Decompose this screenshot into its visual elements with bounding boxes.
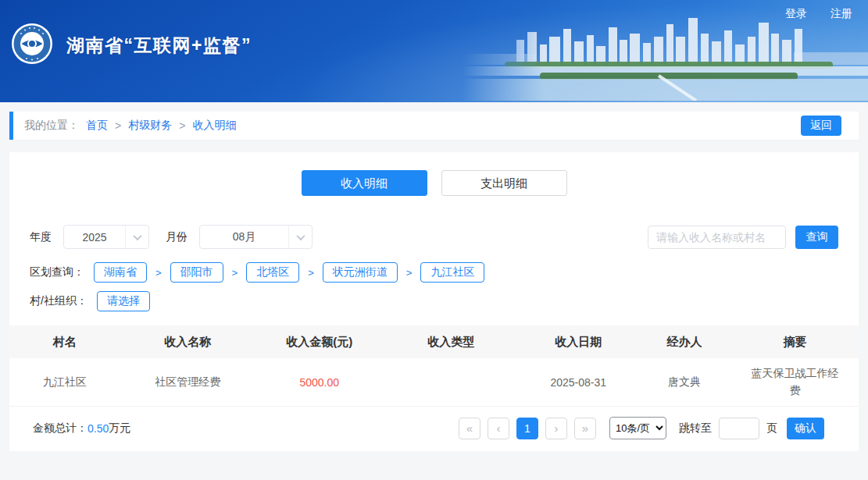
table-footer: 金额总计： 0.50 万元 « ‹ 1 › » 10条/页 跳转至 页 确认 <box>33 417 824 439</box>
region-street-button[interactable]: 状元洲街道 <box>323 262 398 283</box>
region-separator: > <box>308 267 314 279</box>
month-select[interactable]: 08月 <box>199 225 313 249</box>
cell-income-name: 社区管理经费 <box>120 375 255 389</box>
jump-unit: 页 <box>766 421 777 436</box>
tab-income-detail[interactable]: 收入明细 <box>302 170 427 196</box>
chevron-down-icon <box>288 226 312 248</box>
region-separator: > <box>155 267 162 279</box>
jump-label: 跳转至 <box>679 421 712 436</box>
filter-row: 年度 2025 月份 08月 查询 <box>30 225 838 249</box>
query-button[interactable]: 查询 <box>795 226 838 249</box>
pagination: « ‹ 1 › » 10条/页 跳转至 页 确认 <box>452 417 824 439</box>
region-separator: > <box>406 267 413 279</box>
total-unit: 万元 <box>109 421 130 436</box>
chevron-down-icon <box>125 226 148 248</box>
breadcrumb-village-finance[interactable]: 村级财务 <box>128 119 172 133</box>
pagination-first-button[interactable]: « <box>459 418 480 439</box>
breadcrumb-home[interactable]: 首页 <box>86 119 108 133</box>
page-size-select[interactable]: 10条/页 <box>609 417 666 439</box>
pagination-page-1-button[interactable]: 1 <box>516 418 538 439</box>
back-button[interactable]: 返回 <box>801 116 841 136</box>
org-filter-row: 村/社组织： 请选择 <box>30 291 838 311</box>
region-filter-row: 区划查询： 湖南省 > 邵阳市 > 北塔区 > 状元洲街道 > 九江社区 <box>30 262 838 283</box>
confirm-button[interactable]: 确认 <box>787 418 824 439</box>
region-separator: > <box>232 267 238 279</box>
auth-links: 登录 注册 <box>765 7 852 21</box>
col-header-operator: 经办人 <box>638 335 731 350</box>
month-select-value: 08月 <box>200 226 288 248</box>
org-select-button[interactable]: 请选择 <box>97 291 150 311</box>
total-label: 金额总计： <box>33 421 88 436</box>
cell-amount: 5000.00 <box>255 376 383 389</box>
pagination-next-button[interactable]: › <box>545 418 567 439</box>
breadcrumb: 我的位置： 首页 > 村级财务 > 收入明细 返回 <box>9 112 859 140</box>
detail-tabs: 收入明细 支出明细 <box>9 152 859 196</box>
year-select[interactable]: 2025 <box>63 225 149 249</box>
breadcrumb-income-detail[interactable]: 收入明细 <box>192 119 236 133</box>
cell-operator: 唐文典 <box>638 375 731 389</box>
col-header-date: 收入日期 <box>519 335 638 350</box>
cell-village: 九江社区 <box>9 375 120 389</box>
app-header: 湖南省“互联网+监督” 登录 注册 <box>0 0 868 102</box>
summary-text: 蓝天保卫战工作经费 <box>747 365 842 399</box>
region-city-button[interactable]: 邵阳市 <box>170 262 223 283</box>
cell-date: 2025-08-31 <box>519 376 638 389</box>
table-header-row: 村名 收入名称 收入金额(元) 收入类型 收入日期 经办人 摘要 <box>9 325 859 358</box>
income-table: 村名 收入名称 收入金额(元) 收入类型 收入日期 经办人 摘要 九江社区 社区… <box>9 325 859 407</box>
month-label: 月份 <box>166 230 188 244</box>
eye-badge-icon <box>11 23 53 65</box>
tab-expense-detail[interactable]: 支出明细 <box>441 170 567 196</box>
pagination-prev-button[interactable]: ‹ <box>488 418 509 439</box>
city-skyline-image <box>462 13 868 101</box>
register-link[interactable]: 注册 <box>830 7 852 20</box>
region-province-button[interactable]: 湖南省 <box>94 262 147 283</box>
breadcrumb-separator: > <box>115 119 121 132</box>
region-label: 区划查询： <box>30 265 84 279</box>
year-select-value: 2025 <box>64 226 125 248</box>
col-header-summary: 摘要 <box>731 335 859 350</box>
total-value: 0.50 <box>88 422 109 435</box>
pagination-last-button[interactable]: » <box>574 418 596 439</box>
org-label: 村/社组织： <box>30 294 88 308</box>
content-card: 收入明细 支出明细 年度 2025 月份 08月 查询 区划查询： 湖南省 > … <box>9 152 859 451</box>
year-label: 年度 <box>30 230 52 244</box>
login-link[interactable]: 登录 <box>785 7 807 20</box>
region-district-button[interactable]: 北塔区 <box>246 262 299 283</box>
page-title: 湖南省“互联网+监督” <box>66 34 252 58</box>
cell-summary: 蓝天保卫战工作经费 <box>731 365 859 399</box>
jump-page-input[interactable] <box>719 418 759 439</box>
breadcrumb-label: 我的位置： <box>24 119 79 133</box>
col-header-amount: 收入金额(元) <box>255 335 383 350</box>
search-input[interactable] <box>648 226 786 249</box>
breadcrumb-separator: > <box>179 119 185 132</box>
col-header-village: 村名 <box>9 335 120 350</box>
col-header-income-type: 收入类型 <box>383 335 519 350</box>
region-community-button[interactable]: 九江社区 <box>420 262 484 283</box>
table-row: 九江社区 社区管理经费 5000.00 2025-08-31 唐文典 蓝天保卫战… <box>9 358 859 407</box>
col-header-income-name: 收入名称 <box>120 335 255 350</box>
